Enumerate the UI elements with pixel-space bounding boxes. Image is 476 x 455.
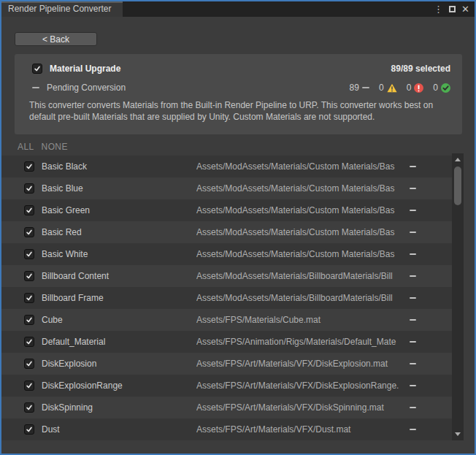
check-icon bbox=[26, 382, 33, 389]
table-row[interactable]: Basic Blue Assets/ModAssets/Materials/Cu… bbox=[1, 177, 452, 199]
scroll-up-arrow[interactable] bbox=[455, 158, 461, 161]
table-row[interactable]: Default_Material Assets/FPS/Animation/Ri… bbox=[1, 331, 452, 353]
check-icon bbox=[26, 316, 33, 324]
row-name: Billboard Frame bbox=[42, 293, 196, 303]
table-row[interactable]: Billboard Content Assets/ModAssets/Mater… bbox=[1, 265, 452, 287]
check-icon bbox=[26, 251, 33, 258]
table-row[interactable]: DiskExplosion Assets/FPS/Art/Materials/V… bbox=[1, 353, 452, 375]
scroll-down-arrow[interactable] bbox=[455, 432, 461, 436]
row-checkbox[interactable] bbox=[24, 183, 34, 194]
row-path: Assets/ModAssets/Materials/BillboardMate… bbox=[196, 293, 404, 303]
table-row[interactable]: DiskSpinning Assets/FPS/Art/Materials/VF… bbox=[1, 397, 452, 418]
row-checkbox[interactable] bbox=[24, 381, 34, 391]
row-checkbox[interactable] bbox=[24, 271, 34, 281]
row-checkbox[interactable] bbox=[24, 402, 34, 413]
window-tab[interactable]: Render Pipeline Converter bbox=[1, 1, 123, 17]
table-row[interactable]: Basic Black Assets/ModAssets/Materials/C… bbox=[1, 156, 452, 177]
row-status-dash-icon bbox=[410, 188, 416, 189]
check-icon bbox=[26, 294, 33, 302]
row-path: Assets/FPS/Art/Materials/VFX/Dust.mat bbox=[196, 424, 404, 435]
table-row[interactable]: Basic Red Assets/ModAssets/Materials/Cus… bbox=[1, 221, 452, 243]
check-icon bbox=[26, 360, 33, 367]
row-checkbox[interactable] bbox=[24, 227, 34, 237]
back-button[interactable]: < Back bbox=[15, 32, 97, 46]
row-status-dash-icon bbox=[410, 166, 416, 167]
row-name: Default_Material bbox=[42, 337, 196, 347]
converter-info-panel: Material Upgrade 89/89 selected Pending … bbox=[15, 54, 462, 134]
table-row[interactable]: DiskExplosionRange Assets/FPS/Art/Materi… bbox=[1, 375, 452, 397]
table-row[interactable]: Dust Assets/FPS/Art/Materials/VFX/Dust.m… bbox=[1, 418, 452, 440]
success-count: 0 bbox=[433, 83, 438, 93]
converter-description: This converter converts Materials from t… bbox=[26, 100, 450, 123]
select-none-button[interactable]: NONE bbox=[42, 142, 68, 152]
row-status-dash-icon bbox=[410, 297, 416, 299]
row-checkbox[interactable] bbox=[24, 359, 34, 369]
render-pipeline-converter-window: Render Pipeline Converter ⋮ ✕ < Back Mat… bbox=[0, 0, 476, 455]
kebab-menu-icon[interactable]: ⋮ bbox=[434, 4, 443, 14]
selected-summary: 89/89 selected bbox=[391, 64, 450, 74]
row-checkbox[interactable] bbox=[24, 424, 34, 435]
check-icon bbox=[26, 404, 33, 411]
row-checkbox[interactable] bbox=[24, 293, 34, 303]
mixed-state-dash-icon bbox=[32, 87, 39, 88]
pending-conversion-label: Pending Conversion bbox=[47, 83, 126, 93]
error-icon bbox=[414, 83, 423, 93]
check-icon bbox=[26, 207, 33, 214]
check-icon bbox=[26, 426, 33, 433]
row-name: Basic Green bbox=[42, 205, 196, 215]
row-name: Basic Black bbox=[42, 161, 196, 172]
row-name: Basic White bbox=[42, 249, 196, 259]
success-icon bbox=[441, 83, 450, 93]
row-path: Assets/ModAssets/Materials/Custom Materi… bbox=[196, 183, 404, 194]
pending-conversion-row: Pending Conversion 89 0 0 bbox=[26, 82, 450, 93]
row-status-dash-icon bbox=[410, 210, 416, 211]
select-all-button[interactable]: ALL bbox=[18, 142, 34, 152]
converter-title: Material Upgrade bbox=[50, 64, 120, 74]
check-icon bbox=[26, 229, 33, 236]
scrollbar[interactable] bbox=[452, 153, 464, 440]
row-checkbox[interactable] bbox=[24, 249, 34, 259]
check-icon bbox=[26, 272, 33, 280]
row-name: Basic Red bbox=[42, 227, 196, 237]
row-path: Assets/ModAssets/Materials/Custom Materi… bbox=[196, 205, 404, 215]
row-name: DiskExplosion bbox=[42, 359, 196, 369]
pending-dash-icon bbox=[362, 87, 369, 88]
row-path: Assets/FPS/Art/Materials/VFX/DiskExplosi… bbox=[196, 359, 404, 369]
row-checkbox[interactable] bbox=[24, 205, 34, 215]
row-path: Assets/FPS/Art/Materials/VFX/DiskSpinnin… bbox=[196, 402, 404, 413]
table-row[interactable]: Cube Assets/FPS/Materials/Cube.mat bbox=[1, 309, 452, 331]
row-path: Assets/FPS/Art/Materials/VFX/DiskExplosi… bbox=[196, 381, 404, 391]
error-count: 0 bbox=[407, 83, 412, 93]
row-path: Assets/ModAssets/Materials/Custom Materi… bbox=[196, 249, 404, 259]
maximize-icon[interactable] bbox=[449, 6, 456, 12]
page-title: Render Pipeline Converter bbox=[8, 4, 111, 14]
window-controls: ⋮ ✕ bbox=[434, 1, 469, 17]
row-status-dash-icon bbox=[410, 363, 416, 364]
pending-count: 89 bbox=[350, 83, 359, 93]
converter-checkbox[interactable] bbox=[32, 64, 42, 74]
warning-count: 0 bbox=[379, 83, 384, 93]
row-name: DiskExplosionRange bbox=[42, 381, 196, 391]
row-status-dash-icon bbox=[410, 319, 416, 321]
table-row[interactable]: Basic White Assets/ModAssets/Materials/C… bbox=[1, 243, 452, 265]
row-name: Basic Blue bbox=[42, 183, 196, 194]
window-content: < Back Material Upgrade 89/89 selected P… bbox=[1, 17, 475, 454]
status-counts: 89 0 0 bbox=[350, 83, 450, 93]
check-icon bbox=[26, 185, 33, 192]
row-checkbox[interactable] bbox=[24, 315, 34, 325]
close-icon[interactable]: ✕ bbox=[461, 4, 469, 14]
row-name: Billboard Content bbox=[42, 271, 196, 281]
row-checkbox[interactable] bbox=[24, 161, 34, 172]
row-status-dash-icon bbox=[410, 429, 416, 430]
converter-header-row: Material Upgrade 89/89 selected bbox=[26, 62, 450, 75]
selection-actions: ALL NONE bbox=[18, 142, 68, 152]
table-row[interactable]: Billboard Frame Assets/ModAssets/Materia… bbox=[1, 287, 452, 309]
check-icon bbox=[34, 65, 41, 72]
materials-list: Basic Black Assets/ModAssets/Materials/C… bbox=[1, 156, 452, 440]
row-name: Dust bbox=[42, 424, 196, 435]
warning-icon bbox=[387, 83, 397, 93]
title-bar: Render Pipeline Converter ⋮ ✕ bbox=[1, 1, 475, 17]
table-row[interactable]: Basic Green Assets/ModAssets/Materials/C… bbox=[1, 199, 452, 221]
row-checkbox[interactable] bbox=[24, 337, 34, 347]
scrollbar-thumb[interactable] bbox=[454, 167, 461, 205]
